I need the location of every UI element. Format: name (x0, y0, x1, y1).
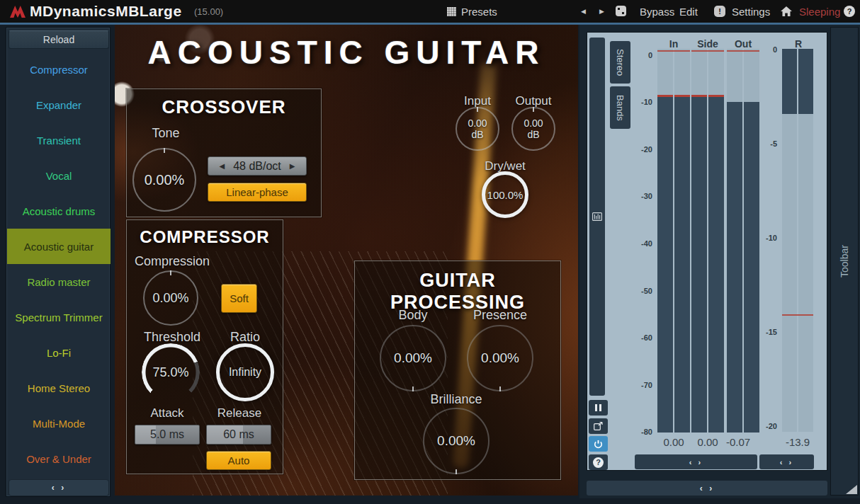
edit-button[interactable]: Edit (679, 0, 698, 23)
scale-tick: -20 (627, 145, 652, 154)
toolbar-label: Toolbar (839, 245, 850, 277)
drywet-value: 100.0% (485, 175, 525, 214)
sidebar-item-acoustic-guitar[interactable]: Acoustic guitar (7, 229, 111, 264)
meter-track-in-l (657, 49, 673, 433)
scale-tick: -50 (627, 287, 652, 295)
popout-button[interactable] (589, 418, 608, 434)
brilliance-value: 0.00% (424, 409, 488, 473)
threshold-label: Threshold (130, 330, 215, 345)
pause-icon (595, 404, 601, 411)
help-icon[interactable]: ? (844, 6, 855, 17)
panel-scrollbar[interactable]: ‹ › (587, 481, 827, 496)
tone-knob[interactable]: 0.00% (132, 148, 196, 212)
meter-bar (657, 97, 673, 433)
guitar-processing-title: GUITAR PROCESSING (355, 270, 560, 314)
body-knob[interactable]: 0.00% (380, 325, 446, 391)
input-knob[interactable]: 0.00dB (456, 107, 499, 151)
crossover-panel: CROSSOVER Tone 0.00% ◀ 48 dB/oct ▶ Linea… (126, 88, 322, 217)
output-knob[interactable]: 0.00dB (511, 107, 555, 151)
sidebar-item-over-and-under[interactable]: Over & Under (7, 441, 111, 476)
prev-preset-icon[interactable]: ◀ (581, 0, 586, 23)
analyzer-icon (592, 212, 602, 221)
plugin-version: (15.00) (194, 0, 223, 23)
scale-tick: -70 (627, 381, 652, 389)
meter-scrollbar-main[interactable]: ‹ › (635, 454, 757, 469)
slope-prev-icon[interactable]: ◀ (219, 162, 225, 170)
meter-help-button[interactable]: ? (589, 454, 608, 470)
ratio-label: Ratio (205, 330, 285, 345)
sidebar-item-multi-mode[interactable]: Multi-Mode (7, 406, 111, 441)
guitar-processing-panel: GUITAR PROCESSING Body Presence 0.00% 0.… (354, 260, 561, 480)
meter-group-in: In (657, 38, 690, 50)
sleeping-status[interactable]: Sleeping (799, 0, 840, 23)
output-label: Output (505, 94, 562, 108)
meter-bar (798, 49, 813, 114)
tone-value: 0.00% (134, 149, 195, 210)
sidebar-resize-handle[interactable]: ‹ › (9, 479, 109, 496)
preset-sidebar: Reload Compressor Expander Transient Voc… (6, 27, 111, 497)
meter-bar (727, 102, 742, 433)
presence-label: Presence (465, 308, 536, 323)
sidebar-item-compressor[interactable]: Compressor (7, 52, 111, 87)
slope-next-icon[interactable]: ▶ (290, 162, 295, 170)
input-value: 0.00dB (457, 108, 498, 149)
drywet-knob[interactable]: 100.0% (482, 171, 528, 218)
settings-button[interactable]: Settings (732, 0, 770, 23)
power-button[interactable] (589, 436, 608, 452)
toolbar-strip[interactable]: Toolbar (830, 27, 859, 496)
scale-tick: -10 (627, 98, 652, 106)
sidebar-item-vocal[interactable]: Vocal (7, 158, 111, 193)
peak-hold-in (657, 50, 690, 52)
compressor-title: COMPRESSOR (127, 227, 283, 247)
alert-icon[interactable]: ! (714, 6, 725, 17)
auto-button[interactable]: Auto (206, 451, 271, 470)
next-preset-icon[interactable]: ▶ (599, 0, 604, 23)
meter-track-side-l (691, 49, 707, 433)
randomize-dice-icon[interactable] (616, 6, 626, 16)
pause-button[interactable] (589, 400, 608, 416)
presets-button[interactable]: Presets (461, 0, 497, 23)
meter-track-out-l (727, 49, 742, 433)
bypass-button[interactable]: Bypass (640, 0, 674, 23)
sidebar-item-lo-fi[interactable]: Lo-Fi (7, 335, 111, 370)
body-label: Body (378, 308, 448, 323)
linear-phase-button[interactable]: Linear-phase (208, 183, 307, 202)
sidebar-item-home-stereo[interactable]: Home Stereo (7, 370, 111, 406)
sidebar-item-spectrum-trimmer[interactable]: Spectrum Trimmer (7, 299, 111, 335)
analyzer-collapse-bar[interactable] (589, 38, 605, 396)
ratio-knob[interactable]: Infinity (216, 343, 274, 401)
melda-logo-icon (9, 4, 26, 18)
presets-grid-icon[interactable] (447, 7, 456, 16)
body-value: 0.00% (381, 326, 445, 390)
slope-selector[interactable]: ◀ 48 dB/oct ▶ (208, 156, 307, 176)
soft-button[interactable]: Soft (221, 284, 257, 313)
meter-track-r-r (798, 49, 813, 432)
compression-knob[interactable]: 0.00% (143, 270, 198, 326)
meter-track-r-l (782, 49, 797, 432)
scale-tick: 0 (627, 51, 652, 59)
meter-bar (691, 97, 707, 433)
sidebar-item-radio-master[interactable]: Radio master (7, 264, 111, 299)
sidebar-item-transient[interactable]: Transient (7, 122, 111, 158)
meter-bar (674, 97, 690, 433)
brilliance-knob[interactable]: 0.00% (423, 408, 490, 474)
attack-label: Attack (132, 406, 203, 420)
presence-value: 0.00% (468, 326, 532, 390)
release-field[interactable]: 60 ms (206, 425, 271, 445)
meter-track-side-r (708, 49, 724, 433)
threshold-knob[interactable]: 75.0% (142, 343, 200, 401)
tab-stereo[interactable]: Stereo (610, 41, 630, 84)
tab-bands[interactable]: Bands (610, 86, 630, 129)
sidebar-item-acoustic-drums[interactable]: Acoustic drums (7, 193, 111, 229)
presence-knob[interactable]: 0.00% (467, 325, 533, 391)
window-resize-grip[interactable] (846, 485, 857, 494)
meter-scrollbar-r[interactable]: ‹ › (759, 454, 814, 469)
meter-track-in-r (674, 49, 690, 433)
home-icon[interactable] (781, 6, 792, 16)
preset-list: Compressor Expander Transient Vocal Acou… (7, 52, 111, 476)
crossover-title: CROSSOVER (127, 96, 321, 118)
sidebar-item-expander[interactable]: Expander (7, 87, 111, 122)
reload-button[interactable]: Reload (9, 30, 109, 49)
scale-tick: -30 (627, 192, 652, 200)
attack-field[interactable]: 5.0 ms (135, 425, 200, 445)
